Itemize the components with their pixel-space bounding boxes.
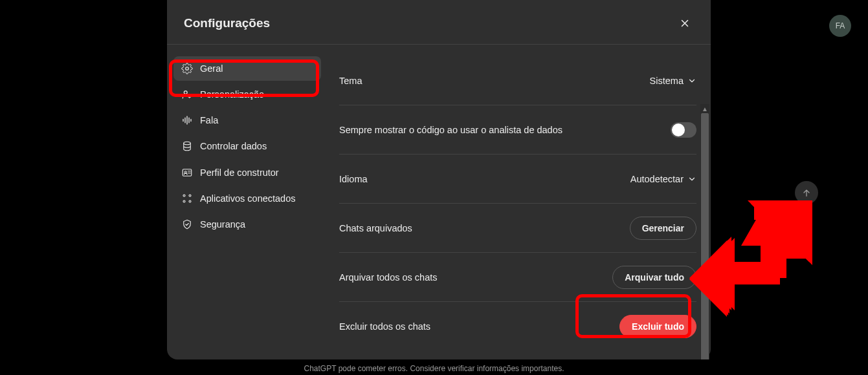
row-theme: Tema Sistema [339,56,696,105]
svg-point-5 [184,171,186,173]
avatar-initials: FA [836,21,845,30]
row-language: Idioma Autodetectar [339,155,696,204]
sidebar-item-label: Personalização [200,89,264,100]
row-delete-all: Excluir todos os chats Excluir tudo [339,302,696,348]
sidebar-item-label: Geral [200,63,223,74]
sidebar-item-label: Perfil de construtor [200,167,279,178]
svg-point-9 [189,200,191,202]
close-button[interactable] [676,14,694,32]
modal-header: Configurações [167,0,711,45]
sidebar-item-label: Aplicativos conectados [200,193,296,204]
row-label-theme: Tema [339,76,362,86]
gear-icon [181,63,193,74]
sidebar-item-builder-profile[interactable]: Perfil de construtor [173,160,321,185]
sidebar-item-data-controls[interactable]: Controlar dados [173,134,321,158]
sidebar-item-label: Controlar dados [200,140,267,152]
language-value: Autodetectar [630,174,684,184]
arrow-up-icon [801,188,812,198]
language-selector[interactable]: Autodetectar [630,174,696,184]
settings-content: Tema Sistema Sempre mostrar o código ao … [326,56,707,348]
svg-point-1 [184,91,187,94]
theme-selector[interactable]: Sistema [650,76,696,86]
svg-point-6 [183,195,185,197]
sound-wave-icon [181,114,193,126]
sidebar-item-connected-apps[interactable]: Aplicativos conectados [173,186,321,211]
footer-disclaimer: ChatGPT pode cometer erros. Considere ve… [304,364,564,373]
row-code-toggle: Sempre mostrar o código ao usar o analis… [339,105,696,155]
sidebar-item-security[interactable]: Segurança [173,212,321,237]
close-icon [679,17,691,29]
send-button[interactable] [795,181,818,204]
svg-point-3 [184,142,191,145]
row-label-code-toggle: Sempre mostrar o código ao usar o analis… [339,125,562,135]
sidebar-item-speech[interactable]: Fala [173,108,321,133]
chevron-down-icon [687,175,696,184]
theme-value: Sistema [650,76,684,86]
avatar[interactable]: FA [829,15,851,37]
row-label-delete-all: Excluir todos os chats [339,321,430,332]
scrollbar-thumb[interactable] [701,113,709,359]
modal-title: Configurações [184,16,270,30]
svg-point-0 [186,67,189,70]
shield-icon [181,219,193,230]
delete-all-button[interactable]: Excluir tudo [619,315,696,338]
row-label-archived: Chats arquivados [339,223,412,233]
row-archive-all: Arquivar todos os chats Arquivar tudo [339,253,696,302]
apps-grid-icon [181,193,193,204]
sidebar-item-personalization[interactable]: Personalização [173,82,321,107]
svg-rect-4 [183,169,192,176]
profile-card-icon [181,167,193,178]
sidebar-item-label: Fala [200,114,218,126]
scrollbar-arrow-up-icon[interactable]: ▲ [700,104,709,113]
settings-sidebar: Geral Personalização Fala Controlar dado… [173,56,326,348]
code-toggle[interactable] [671,122,696,138]
archive-all-button[interactable]: Arquivar tudo [612,266,696,289]
row-archived-chats: Chats arquivados Gerenciar [339,204,696,253]
svg-point-8 [183,200,185,202]
modal-body: Geral Personalização Fala Controlar dado… [167,45,711,359]
database-icon [181,140,193,152]
sidebar-item-label: Segurança [200,219,245,230]
svg-point-2 [188,96,190,98]
toggle-knob [672,123,685,136]
manage-archived-button[interactable]: Gerenciar [630,217,696,240]
svg-point-7 [189,195,191,197]
chevron-down-icon [687,76,696,85]
settings-modal: Configurações Geral Personalização [167,0,711,359]
sidebar-item-general[interactable]: Geral [173,56,321,81]
person-settings-icon [181,89,193,100]
row-label-archive-all: Arquivar todos os chats [339,272,438,283]
row-label-language: Idioma [339,174,368,184]
